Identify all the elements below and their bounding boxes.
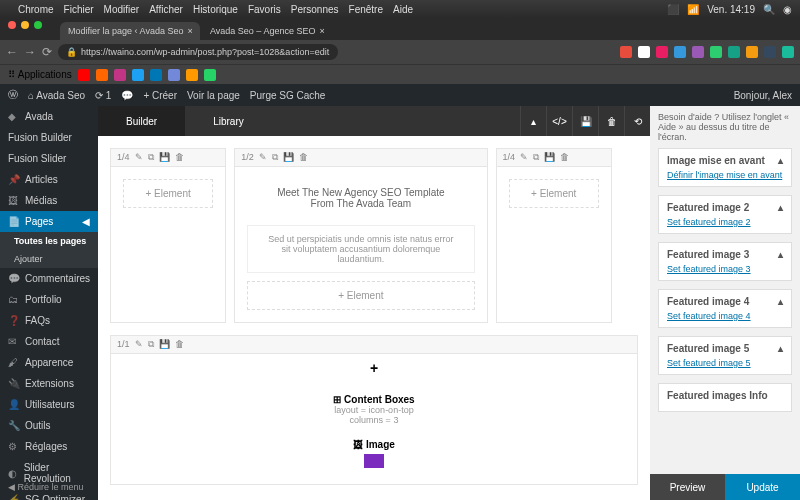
trash-icon[interactable]: 🗑 [299, 152, 308, 163]
sidebar-item-fusion-slider[interactable]: Fusion Slider [0, 148, 98, 169]
add-element[interactable]: + Element [247, 281, 474, 310]
close-icon[interactable]: × [187, 26, 192, 36]
clone-icon[interactable]: ⧉ [148, 152, 154, 163]
view-page[interactable]: Voir la page [187, 90, 240, 101]
bookmark-icon[interactable] [114, 69, 126, 81]
edit-icon[interactable]: ✎ [135, 152, 143, 163]
sidebar-item-extensions[interactable]: 🔌Extensions [0, 373, 98, 394]
edit-icon[interactable]: ✎ [259, 152, 267, 163]
bookmark-icon[interactable] [96, 69, 108, 81]
siri-icon[interactable]: ◉ [783, 4, 792, 15]
bookmark-icon[interactable] [204, 69, 216, 81]
bookmark-icon[interactable] [168, 69, 180, 81]
purge-cache[interactable]: Purge SG Cache [250, 90, 326, 101]
clone-icon[interactable]: ⧉ [148, 339, 154, 350]
edit-icon[interactable]: ✎ [520, 152, 528, 163]
set-featured-link[interactable]: Définir l'image mise en avant [667, 170, 782, 180]
history-icon[interactable]: ⟲ [624, 106, 650, 136]
menu-window[interactable]: Fenêtre [349, 4, 383, 15]
code-icon[interactable]: </> [546, 106, 572, 136]
minimize-window[interactable] [21, 21, 29, 29]
sidebar-item-articles[interactable]: 📌Articles [0, 169, 98, 190]
add-element[interactable]: + Element [123, 179, 213, 208]
sidebar-item-appearance[interactable]: 🖌Apparence [0, 352, 98, 373]
preview-button[interactable]: Preview [650, 474, 725, 500]
chevron-up-icon[interactable]: ▴ [778, 343, 783, 354]
save-icon[interactable]: 💾 [159, 339, 170, 350]
ext-icon[interactable] [746, 46, 758, 58]
sidebar-item-pages[interactable]: 📄Pages◀ [0, 211, 98, 232]
sidebar-item-fusion-builder[interactable]: Fusion Builder [0, 127, 98, 148]
ext-icon[interactable] [728, 46, 740, 58]
save-icon[interactable]: 💾 [283, 152, 294, 163]
ext-icon[interactable] [692, 46, 704, 58]
sidebar-item-tools[interactable]: 🔧Outils [0, 415, 98, 436]
chevron-up-icon[interactable]: ▴ [778, 202, 783, 213]
tab-library[interactable]: Library [185, 106, 272, 136]
heading-text[interactable]: Meet The New Agency SEO Template From Th… [247, 179, 474, 217]
set-featured-link[interactable]: Set featured image 3 [667, 264, 751, 274]
close-icon[interactable]: × [319, 26, 324, 36]
sidebar-sub-add[interactable]: Ajouter [0, 250, 98, 268]
trash-icon[interactable]: 🗑 [598, 106, 624, 136]
ext-icon[interactable] [674, 46, 686, 58]
menu-file[interactable]: Fichier [64, 4, 94, 15]
trash-icon[interactable]: 🗑 [175, 339, 184, 350]
sidebar-sub-all[interactable]: Toutes les pages [0, 232, 98, 250]
sidebar-item-settings[interactable]: ⚙Réglages [0, 436, 98, 457]
back-icon[interactable]: ← [6, 45, 18, 59]
edit-icon[interactable]: ✎ [135, 339, 143, 350]
column-half[interactable]: 1/2✎⧉💾🗑 Meet The New Agency SEO Template… [234, 148, 487, 323]
add-row-icon[interactable]: + [111, 354, 637, 382]
collapse-menu[interactable]: ◀ Réduire le menu [0, 478, 92, 496]
bookmark-icon[interactable] [150, 69, 162, 81]
clone-icon[interactable]: ⧉ [272, 152, 278, 163]
sidebar-item-medias[interactable]: 🖼Médias [0, 190, 98, 211]
tab-2[interactable]: Avada Seo – Agence SEO× [202, 22, 333, 40]
url-field[interactable]: 🔒 https://twaino.com/wp-admin/post.php?p… [58, 44, 338, 60]
column-full[interactable]: 1/1✎⧉💾🗑 + ⊞ Content Boxes layout = icon-… [110, 335, 638, 485]
sidebar-item-faqs[interactable]: ❓FAQs [0, 310, 98, 331]
forward-icon[interactable]: → [24, 45, 36, 59]
apps-button[interactable]: ⠿ Applications [8, 69, 72, 80]
bookmark-icon[interactable] [78, 69, 90, 81]
comments-icon[interactable]: 💬 [121, 90, 133, 101]
save-icon[interactable]: 💾 [544, 152, 555, 163]
hello-user[interactable]: Bonjour, Alex [734, 90, 792, 101]
sidebar-item-contact[interactable]: ✉Contact [0, 331, 98, 352]
update-button[interactable]: Update [725, 474, 800, 500]
collapse-icon[interactable]: ▴ [520, 106, 546, 136]
sidebar-item-portfolio[interactable]: 🗂Portfolio [0, 289, 98, 310]
menu-help[interactable]: Aide [393, 4, 413, 15]
ext-icon[interactable] [620, 46, 632, 58]
set-featured-link[interactable]: Set featured image 4 [667, 311, 751, 321]
sidebar-item-avada[interactable]: ◆Avada [0, 106, 98, 127]
sidebar-item-users[interactable]: 👤Utilisateurs [0, 394, 98, 415]
clone-icon[interactable]: ⧉ [533, 152, 539, 163]
sidebar-item-comments[interactable]: 💬Commentaires [0, 268, 98, 289]
ext-icon[interactable] [782, 46, 794, 58]
ext-icon[interactable] [638, 46, 650, 58]
image-element[interactable]: 🖼 Image [123, 439, 625, 468]
content-boxes-element[interactable]: ⊞ Content Boxes layout = icon-on-top col… [123, 394, 625, 425]
column-quarter[interactable]: 1/4✎⧉💾🗑 + Element [110, 148, 226, 323]
site-name[interactable]: ⌂ Avada Seo [28, 90, 85, 101]
set-featured-link[interactable]: Set featured image 5 [667, 358, 751, 368]
new-button[interactable]: + Créer [143, 90, 177, 101]
lorem-text[interactable]: Sed ut perspiciatis unde omnis iste natu… [247, 225, 474, 273]
chevron-up-icon[interactable]: ▴ [778, 249, 783, 260]
bookmark-icon[interactable] [132, 69, 144, 81]
reload-icon[interactable]: ⟳ [42, 45, 52, 59]
menu-view[interactable]: Afficher [149, 4, 183, 15]
tab-1[interactable]: Modifier la page ‹ Avada Seo× [60, 22, 200, 40]
maximize-window[interactable] [34, 21, 42, 29]
set-featured-link[interactable]: Set featured image 2 [667, 217, 751, 227]
chevron-up-icon[interactable]: ▴ [778, 155, 783, 166]
menu-people[interactable]: Personnes [291, 4, 339, 15]
close-window[interactable] [8, 21, 16, 29]
tab-builder[interactable]: Builder [98, 106, 185, 136]
menu-history[interactable]: Historique [193, 4, 238, 15]
trash-icon[interactable]: 🗑 [560, 152, 569, 163]
search-icon[interactable]: 🔍 [763, 4, 775, 15]
menu-chrome[interactable]: Chrome [18, 4, 54, 15]
